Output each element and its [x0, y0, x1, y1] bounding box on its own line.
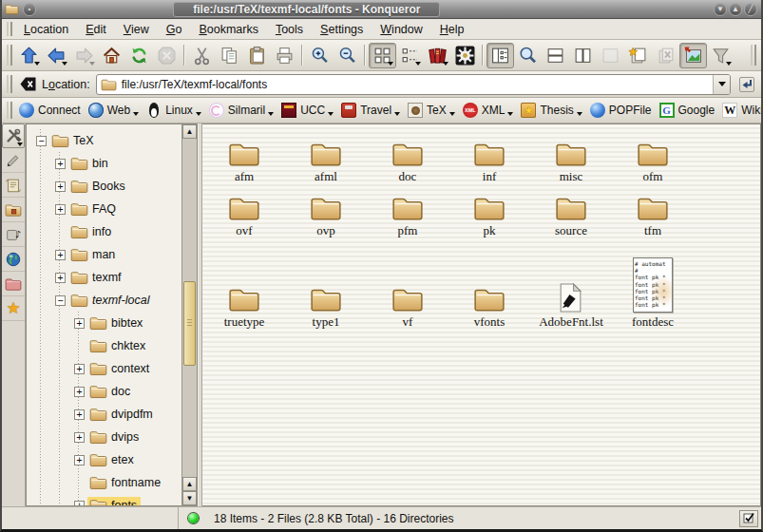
toolbar-end-handle[interactable]	[751, 45, 756, 66]
tree-scroll-up2-button[interactable]: ▲	[182, 477, 197, 491]
tree-expander[interactable]	[55, 273, 66, 283]
tree-row[interactable]: man	[27, 243, 181, 266]
tree-row[interactable]: doc	[27, 380, 181, 403]
file-item[interactable]: # automat # font pk * font pk * font pk …	[391, 286, 424, 330]
sidebar-root-folder-icon[interactable]	[2, 272, 25, 296]
tree-row[interactable]: etex	[27, 448, 181, 471]
file-item[interactable]: # automat # font pk * font pk * font pk …	[632, 257, 674, 330]
sidebar-network-globe-icon[interactable]	[2, 247, 25, 272]
maximize-button[interactable]: ▲	[729, 3, 742, 16]
bookmark-item[interactable]: XML	[459, 101, 518, 120]
tree-row[interactable]: bin	[27, 152, 181, 175]
show-tree-panel-button[interactable]	[486, 43, 514, 68]
back-dropdown-arrow[interactable]	[62, 62, 67, 66]
tree-row[interactable]: fonts	[27, 494, 181, 505]
location-toolbar-handle[interactable]	[7, 75, 12, 93]
multicolumn-view-button[interactable]	[396, 43, 424, 68]
tree-row[interactable]: dvips	[27, 426, 181, 448]
bookmark-item[interactable]: Connect	[15, 101, 85, 120]
go-button[interactable]	[734, 73, 759, 96]
file-item[interactable]: # automat # font pk * font pk * font pk …	[473, 286, 505, 330]
location-input[interactable]: file:/usr/TeX/texmf-local/fonts	[96, 74, 731, 95]
tree-expander[interactable]	[74, 455, 85, 466]
tree-row[interactable]: Books	[27, 175, 181, 198]
icon-view-dropdown-arrow[interactable]	[388, 62, 393, 66]
tree-scroll-thumb[interactable]	[183, 281, 196, 366]
file-item[interactable]: # automat # font pk * font pk * font pk …	[391, 141, 424, 184]
tree-row[interactable]: info	[27, 220, 181, 243]
up-dropdown-arrow[interactable]	[34, 62, 40, 66]
stop-button[interactable]	[153, 43, 181, 68]
menu-item[interactable]: Settings	[312, 21, 372, 38]
bookmark-item[interactable]: Google	[656, 101, 719, 120]
menu-item[interactable]: Location	[15, 21, 77, 38]
file-item[interactable]: # automat # font pk * font pk * font pk …	[224, 286, 265, 330]
tree-row[interactable]: FAQ	[27, 198, 181, 220]
sidebar-services-icon[interactable]: ♪	[2, 222, 25, 247]
sidebar-bookmarks-star-icon[interactable]: ★	[2, 296, 25, 321]
menu-item[interactable]: Edit	[77, 21, 115, 38]
tree-row[interactable]: TeX	[27, 129, 181, 152]
file-item[interactable]: # automat # font pk * font pk * font pk …	[473, 141, 505, 184]
bookmark-item[interactable]: Travel	[337, 101, 404, 120]
tree-expander[interactable]	[74, 409, 85, 420]
bookmark-item[interactable]: Linux	[143, 101, 205, 120]
close-tab-button[interactable]	[652, 43, 679, 68]
tree-row[interactable]: context	[27, 357, 181, 380]
home-button[interactable]	[98, 43, 125, 68]
menubar-handle[interactable]	[7, 22, 12, 36]
clear-location-icon[interactable]	[15, 73, 40, 96]
split-top-bottom-button[interactable]	[542, 43, 569, 68]
tree-expander[interactable]	[74, 501, 85, 506]
filter-dropdown-arrow[interactable]	[726, 62, 732, 66]
menu-item[interactable]: Window	[372, 21, 430, 38]
tree-scrollbar[interactable]: ▲ ▲ ▼	[181, 124, 197, 505]
file-item[interactable]: # automat # font pk * font pk * font pk …	[539, 283, 603, 330]
tree-expander[interactable]	[36, 136, 47, 146]
tree-scroll-down-button[interactable]: ▼	[182, 491, 197, 505]
close-button[interactable]: ╱	[744, 3, 757, 16]
toolbar-handle[interactable]	[7, 45, 12, 66]
forward-dropdown-arrow[interactable]	[89, 62, 95, 66]
tree-row[interactable]: dvipdfm	[27, 403, 181, 426]
tree-row[interactable]: chktex	[27, 334, 181, 357]
sidebar-configure-button[interactable]	[2, 124, 25, 148]
find-button[interactable]	[514, 43, 542, 68]
image-preview-button[interactable]	[679, 43, 707, 68]
tree-expander[interactable]	[74, 387, 85, 397]
file-item[interactable]: # automat # font pk * font pk * font pk …	[637, 195, 669, 238]
multicolumn-view-dropdown-arrow[interactable]	[415, 62, 421, 66]
print-button[interactable]	[271, 43, 298, 68]
tree-expander[interactable]	[55, 295, 66, 306]
file-item[interactable]: # automat # font pk * font pk * font pk …	[228, 141, 260, 184]
file-item[interactable]: # automat # font pk * font pk * font pk …	[310, 141, 342, 184]
window-menu-button[interactable]: •	[23, 3, 36, 16]
bookmark-item[interactable]: Web	[85, 101, 143, 120]
cut-button[interactable]	[188, 43, 216, 68]
tree-expander[interactable]	[74, 432, 85, 443]
back-button[interactable]	[43, 43, 70, 68]
new-tab-button[interactable]	[624, 43, 652, 68]
sidebar-history-scroll-icon[interactable]	[2, 173, 25, 198]
tree-expander[interactable]	[55, 159, 66, 169]
tree-row[interactable]: fontname	[27, 471, 181, 494]
bookmark-item[interactable]: TeX	[404, 101, 459, 120]
file-item[interactable]: # automat # font pk * font pk * font pk …	[310, 286, 342, 330]
forward-button[interactable]	[70, 43, 98, 68]
tree-row[interactable]: texmf	[27, 266, 181, 289]
file-item[interactable]: # automat # font pk * font pk * font pk …	[637, 141, 669, 184]
bookmark-item[interactable]: Thesis	[517, 101, 585, 120]
file-item[interactable]: # automat # font pk * font pk * font pk …	[391, 195, 424, 238]
zoom-out-button[interactable]	[334, 43, 361, 68]
reload-button[interactable]	[125, 43, 153, 68]
bookmark-item[interactable]: Silmaril	[205, 101, 277, 120]
filter-button[interactable]	[707, 43, 734, 68]
menu-item[interactable]: View	[115, 21, 158, 38]
split-left-right-button[interactable]	[569, 43, 597, 68]
menu-item[interactable]: Help	[431, 21, 473, 38]
bookmark-books-button[interactable]	[424, 43, 451, 68]
tree-expander[interactable]	[74, 364, 85, 374]
tree-expander[interactable]	[55, 250, 66, 260]
tree-row[interactable]: bibtex	[27, 312, 181, 334]
tree-expander[interactable]	[55, 181, 66, 192]
